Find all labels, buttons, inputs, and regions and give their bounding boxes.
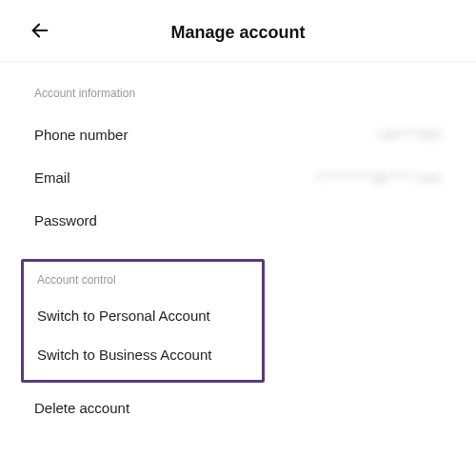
page-title: Manage account <box>29 23 447 43</box>
phone-number-label: Phone number <box>34 127 128 143</box>
delete-account-label: Delete account <box>34 400 129 416</box>
email-value: r**********@*****.com <box>316 170 442 185</box>
password-row[interactable]: Password <box>34 199 442 242</box>
page-header: Manage account <box>0 0 476 62</box>
delete-account-section: Delete account <box>0 383 476 429</box>
phone-number-value: +44****852 <box>376 128 442 142</box>
switch-business-label: Switch to Business Account <box>37 347 211 363</box>
switch-personal-label: Switch to Personal Account <box>37 307 210 324</box>
account-info-header: Account information <box>34 87 442 100</box>
account-information-section: Account information Phone number +44****… <box>0 87 476 242</box>
password-label: Password <box>34 212 97 228</box>
account-control-wrapper: Account control Switch to Personal Accou… <box>0 259 476 383</box>
switch-personal-row[interactable]: Switch to Personal Account <box>37 296 248 335</box>
account-control-header: Account control <box>37 273 248 287</box>
email-row[interactable]: Email r**********@*****.com <box>34 156 442 199</box>
phone-number-row[interactable]: Phone number +44****852 <box>34 113 442 156</box>
switch-business-row[interactable]: Switch to Business Account <box>37 335 248 374</box>
email-label: Email <box>34 169 70 186</box>
account-control-highlight: Account control Switch to Personal Accou… <box>21 259 265 383</box>
delete-account-row[interactable]: Delete account <box>34 383 442 429</box>
